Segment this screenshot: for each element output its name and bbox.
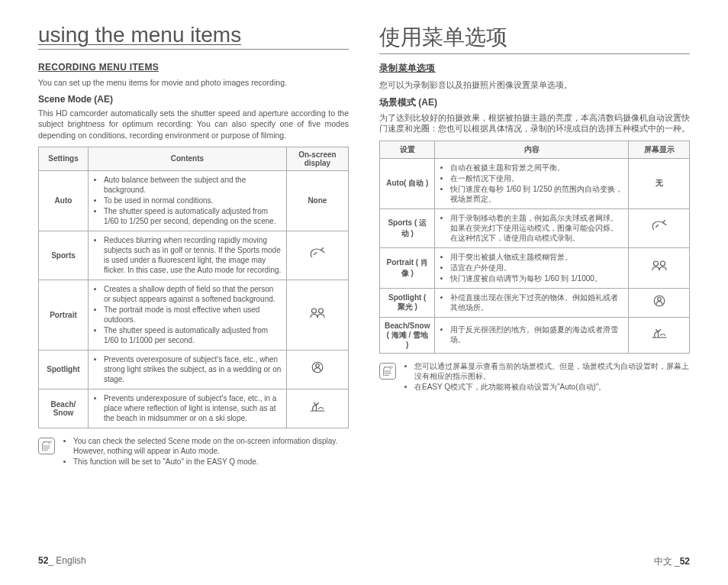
table-row: Spotlight ( 聚光 )补偿直接出现在强光下过亮的物体。例如婚礼或者其他…	[380, 288, 690, 317]
setting-cell: Beach/Snow ( 海滩 / 雪地 )	[380, 317, 435, 353]
setting-cell: Spotlight ( 聚光 )	[380, 288, 435, 317]
table-row: Beach/Snow ( 海滩 / 雪地 )用于反光很强烈的地方。例如盛夏的海边…	[380, 317, 690, 353]
setting-cell: Sports ( 运动 )	[380, 208, 435, 247]
th-settings-cn: 设置	[380, 141, 435, 158]
note-block-en: You can check the selected Scene mode on…	[38, 436, 349, 467]
footer-right: 中文 _52	[654, 555, 690, 568]
portrait-icon	[650, 258, 668, 273]
right-column: 使用菜单选项 录制菜单选项 您可以为录制影音以及拍摄照片图像设置菜单选项。 场景…	[379, 23, 690, 467]
spotlight-icon	[650, 293, 668, 309]
content-item: 自动在被摄主题和背景之间平衡。	[450, 163, 623, 173]
setting-cell: Auto	[39, 170, 89, 231]
beach-snow-icon	[308, 399, 327, 414]
table-row: AutoAuto balance between the subject and…	[39, 170, 349, 231]
th-display: On-screen display	[286, 147, 348, 170]
table-row: SpotlightPrevents overexposure of subjec…	[39, 350, 349, 389]
display-cell	[629, 288, 690, 317]
table-row: SportsReduces blurring when recording ra…	[39, 231, 349, 280]
note-item: 在EASY Q模式下，此功能将被自动设置为"Auto(自动)"。	[414, 382, 690, 393]
content-item: 用于录制移动着的主题，例如高尔夫球或者网球。如果在荧光灯下使用运动模式，图像可能…	[450, 213, 623, 243]
content-item: 在一般情况下使用。	[450, 173, 623, 183]
note-item: This function will be set to "Auto" in t…	[73, 457, 349, 467]
content-item: Auto balance between the subject and the…	[104, 175, 282, 195]
beach-snow-icon	[650, 325, 668, 341]
table-row: Portrait ( 肖像 )用于突出被摄人物或主题模糊背景。适宜在户外使用。快…	[380, 247, 690, 288]
intro-cn: 您可以为录制影音以及拍摄照片图像设置菜单选项。	[379, 79, 690, 90]
table-row: Sports ( 运动 )用于录制移动着的主题，例如高尔夫球或者网球。如果在荧光…	[380, 208, 690, 247]
footer-left: 52_ English	[38, 555, 86, 568]
scene-mode-table-en: Settings Contents On-screen display Auto…	[38, 147, 349, 428]
setting-cell: Spotlight	[39, 350, 89, 389]
th-settings: Settings	[39, 147, 89, 170]
desc-cn: 为了达到比较好的拍摄效果，根据被拍摄主题的亮度，本高清数码摄像机自动设置快门速度…	[379, 112, 690, 134]
content-item: Prevents overexposure of subject's face,…	[104, 354, 282, 384]
setting-cell: Sports	[39, 231, 89, 280]
content-cell: Prevents underexposure of subject's face…	[88, 389, 286, 428]
desc-en: This HD camcorder automatically sets the…	[38, 108, 349, 141]
content-item: 快门速度在每秒 1/60 到 1/250 的范围内自动变换，视场景而定。	[450, 184, 623, 204]
content-cell: Prevents overexposure of subject's face,…	[88, 350, 286, 389]
content-item: 用于突出被摄人物或主题模糊背景。	[450, 252, 623, 262]
sports-icon	[650, 218, 668, 234]
setting-cell: Portrait ( 肖像 )	[380, 247, 435, 288]
content-item: Prevents underexposure of subject's face…	[104, 393, 282, 423]
display-cell: 无	[629, 158, 690, 208]
display-cell	[629, 317, 690, 353]
th-display-cn: 屏幕显示	[629, 141, 690, 158]
note-icon	[379, 363, 396, 380]
setting-cell: Portrait	[39, 280, 89, 350]
spotlight-icon	[308, 360, 327, 375]
note-icon	[38, 438, 55, 454]
display-cell	[286, 389, 348, 428]
note-item: You can check the selected Scene mode on…	[73, 436, 349, 457]
content-cell: 自动在被摄主题和背景之间平衡。在一般情况下使用。快门速度在每秒 1/60 到 1…	[435, 158, 629, 208]
portrait-icon	[308, 305, 327, 321]
content-item: 快门速度被自动调节为每秒 1/60 到 1/1000。	[450, 273, 623, 283]
section-title-en: RECORDING MENU ITEMS	[38, 62, 349, 73]
display-cell	[286, 231, 348, 280]
subtitle-cn: 场景模式 (AE)	[379, 96, 690, 109]
display-cell	[286, 280, 348, 350]
setting-cell: Auto( 自动 )	[380, 158, 435, 208]
content-item: To be used in normal conditions.	[104, 196, 282, 205]
content-cell: 用于录制移动着的主题，例如高尔夫球或者网球。如果在荧光灯下使用运动模式，图像可能…	[435, 208, 629, 247]
left-column: using the menu items RECORDING MENU ITEM…	[38, 23, 349, 467]
content-cell: Reduces blurring when recording rapidly …	[88, 231, 286, 280]
setting-cell: Beach/ Snow	[39, 389, 89, 428]
th-contents: Contents	[88, 147, 286, 170]
note-block-cn: 您可以通过屏幕显示查看当前的场景模式。但是，场景模式为自动设置时，屏幕上没有相应…	[379, 361, 690, 393]
content-item: Creates a shallow depth of field so that…	[104, 284, 282, 304]
intro-en: You can set up the menu items for movie …	[38, 77, 349, 88]
content-item: 补偿直接出现在强光下过亮的物体。例如婚礼或者其他场所。	[450, 292, 623, 312]
sports-icon	[308, 246, 327, 261]
display-cell: None	[286, 170, 348, 231]
content-item: 用于反光很强烈的地方。例如盛夏的海边或者滑雪场。	[450, 325, 623, 344]
content-item: The shutter speed is automatically adjus…	[104, 325, 282, 345]
content-item: Reduces blurring when recording rapidly …	[104, 235, 282, 275]
th-contents-cn: 内容	[435, 141, 629, 158]
scene-mode-table-cn: 设置 内容 屏幕显示 Auto( 自动 )自动在被摄主题和背景之间平衡。在一般情…	[379, 141, 690, 354]
section-title-cn: 录制菜单选项	[379, 62, 690, 75]
content-cell: Auto balance between the subject and the…	[88, 170, 286, 231]
subtitle-en: Scene Mode (AE)	[38, 94, 349, 105]
table-row: Beach/ SnowPrevents underexposure of sub…	[39, 389, 349, 428]
page-footer: 52_ English 中文 _52	[38, 555, 690, 568]
display-cell	[286, 350, 348, 389]
content-cell: 用于反光很强烈的地方。例如盛夏的海边或者滑雪场。	[435, 317, 629, 353]
page-title-en: using the menu items	[38, 23, 349, 50]
content-item: The portrait mode is most effective when…	[104, 305, 282, 325]
display-cell	[629, 247, 690, 288]
display-cell	[629, 208, 690, 247]
content-item: 适宜在户外使用。	[450, 263, 623, 273]
page-spread: using the menu items RECORDING MENU ITEM…	[0, 0, 728, 482]
table-row: PortraitCreates a shallow depth of field…	[39, 280, 349, 350]
content-cell: 用于突出被摄人物或主题模糊背景。适宜在户外使用。快门速度被自动调节为每秒 1/6…	[435, 247, 629, 288]
content-item: The shutter speed is automatically adjus…	[104, 206, 282, 226]
note-item: 您可以通过屏幕显示查看当前的场景模式。但是，场景模式为自动设置时，屏幕上没有相应…	[414, 361, 690, 382]
table-row: Auto( 自动 )自动在被摄主题和背景之间平衡。在一般情况下使用。快门速度在每…	[380, 158, 690, 208]
content-cell: Creates a shallow depth of field so that…	[88, 280, 286, 350]
content-cell: 补偿直接出现在强光下过亮的物体。例如婚礼或者其他场所。	[435, 288, 629, 317]
page-title-cn: 使用菜单选项	[379, 23, 690, 54]
